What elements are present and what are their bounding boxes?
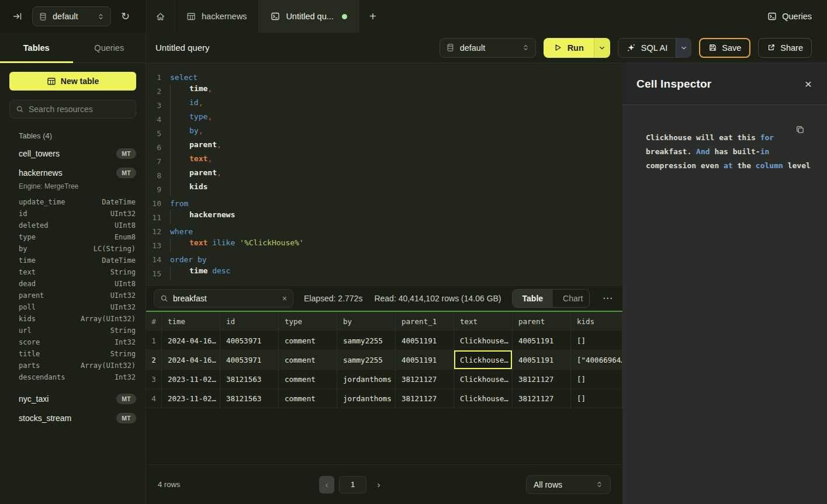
code-line[interactable]: 8parent,: [146, 168, 622, 182]
table-cell[interactable]: 38121563: [220, 370, 279, 388]
queries-button[interactable]: Queries: [767, 0, 812, 33]
table-cell[interactable]: sammy2255: [337, 331, 396, 350]
column-header[interactable]: parent: [513, 312, 571, 331]
new-table-button[interactable]: New table: [9, 72, 136, 91]
table-row[interactable]: 12024-04-16…40053971commentsammy22554005…: [146, 331, 622, 350]
table-cell[interactable]: 40053971: [220, 331, 279, 350]
close-inspector-button[interactable]: ×: [805, 78, 812, 90]
table-cell[interactable]: 38121127: [513, 389, 571, 408]
code-line[interactable]: 6parent,: [146, 140, 622, 154]
table-cell[interactable]: 40051191: [396, 350, 454, 369]
table-cell[interactable]: 2023-11-02…: [162, 370, 220, 388]
column-header[interactable]: id: [220, 312, 279, 331]
row-number[interactable]: 3: [146, 370, 162, 388]
table-cell[interactable]: comment: [279, 389, 337, 408]
run-button-main[interactable]: Run: [544, 38, 594, 58]
table-cell[interactable]: 38121127: [396, 389, 454, 408]
row-number[interactable]: 2: [146, 350, 162, 369]
table-item[interactable]: hackernewsMT: [0, 163, 146, 182]
column-header[interactable]: by: [337, 312, 396, 331]
table-cell[interactable]: 38121127: [513, 370, 571, 388]
prev-page-button[interactable]: ‹: [319, 476, 334, 493]
table-item[interactable]: cell_towersMT: [0, 144, 146, 163]
sidebar-tab-queries[interactable]: Queries: [73, 33, 146, 62]
refresh-button[interactable]: ↻: [121, 10, 130, 23]
run-dropdown[interactable]: [594, 38, 610, 58]
sql-editor[interactable]: 1select2time,3id,4type,5by,6parent,7text…: [146, 63, 622, 285]
column-header[interactable]: text: [454, 312, 513, 331]
table-cell[interactable]: 2024-04-16…: [162, 331, 220, 350]
table-cell[interactable]: 2023-11-02…: [162, 389, 220, 408]
column-header[interactable]: #: [146, 312, 162, 331]
table-cell[interactable]: 40051191: [513, 331, 571, 350]
page-size-selector[interactable]: All rows: [526, 475, 611, 494]
table-cell[interactable]: jordanthoms: [337, 389, 396, 408]
tab-home[interactable]: [147, 0, 175, 33]
code-line[interactable]: 10from: [146, 196, 622, 210]
table-cell[interactable]: []: [571, 389, 622, 408]
code-line[interactable]: 15time desc: [146, 266, 622, 280]
row-number[interactable]: 1: [146, 331, 162, 350]
code-line[interactable]: 4type,: [146, 112, 622, 126]
tab-untitled-query[interactable]: Untitled qu...: [259, 0, 359, 33]
table-cell[interactable]: Clickhouse…: [454, 350, 513, 369]
code-line[interactable]: 11hackernews: [146, 210, 622, 224]
table-cell[interactable]: Clickhouse…: [454, 370, 513, 388]
code-line[interactable]: 14order by: [146, 252, 622, 266]
sql-ai-dropdown[interactable]: [676, 39, 691, 57]
table-cell[interactable]: 38121563: [220, 389, 279, 408]
code-line[interactable]: 9kids: [146, 182, 622, 196]
table-cell[interactable]: ["40066964…: [571, 350, 622, 369]
table-row[interactable]: 22024-04-16…40053971commentsammy22554005…: [146, 350, 622, 370]
topbar-database-selector[interactable]: default: [32, 6, 111, 26]
row-number[interactable]: 4: [146, 389, 162, 408]
sql-ai-button[interactable]: SQL AI: [618, 38, 691, 58]
table-cell[interactable]: Clickhouse…: [454, 389, 513, 408]
tab-hackernews[interactable]: hackernews: [175, 0, 259, 33]
table-cell[interactable]: []: [571, 331, 622, 350]
code-line[interactable]: 12where: [146, 224, 622, 238]
table-cell[interactable]: []: [571, 370, 622, 388]
table-cell[interactable]: 40053971: [220, 350, 279, 369]
next-page-button[interactable]: ›: [370, 476, 387, 493]
copy-cell-button[interactable]: [795, 125, 805, 136]
collapse-sidebar-button[interactable]: [13, 12, 22, 21]
code-line[interactable]: 3id,: [146, 98, 622, 112]
sidebar-tab-tables[interactable]: Tables: [0, 33, 73, 62]
code-line[interactable]: 7text,: [146, 154, 622, 168]
code-line[interactable]: 5by,: [146, 126, 622, 140]
view-toggle-table[interactable]: Table: [513, 290, 553, 307]
resource-search-input[interactable]: [29, 105, 134, 114]
results-search-input[interactable]: [173, 294, 278, 303]
column-header[interactable]: parent_1: [396, 312, 454, 331]
new-tab-button[interactable]: +: [359, 0, 386, 33]
table-cell[interactable]: 40051191: [513, 350, 571, 369]
results-more-button[interactable]: ⋯: [600, 292, 615, 304]
view-toggle-chart[interactable]: Chart: [553, 290, 590, 307]
column-header[interactable]: type: [279, 312, 337, 331]
table-cell[interactable]: comment: [279, 370, 337, 388]
table-item[interactable]: stocks_streamMT: [0, 408, 146, 427]
table-cell[interactable]: comment: [279, 331, 337, 350]
table-row[interactable]: 32023-11-02…38121563commentjordanthoms38…: [146, 370, 622, 389]
table-row[interactable]: 42023-11-02…38121563commentjordanthoms38…: [146, 389, 622, 408]
table-cell[interactable]: sammy2255: [337, 350, 396, 369]
clear-search-button[interactable]: ×: [282, 294, 287, 303]
table-cell[interactable]: 2024-04-16…: [162, 350, 220, 369]
sql-ai-main[interactable]: SQL AI: [618, 39, 676, 57]
table-cell[interactable]: jordanthoms: [337, 370, 396, 388]
run-button[interactable]: Run: [544, 38, 610, 58]
column-header[interactable]: time: [162, 312, 220, 331]
page-number-input[interactable]: 1: [339, 476, 366, 493]
share-button[interactable]: Share: [758, 38, 812, 58]
code-line[interactable]: 1select: [146, 70, 622, 84]
column-header[interactable]: kids: [571, 312, 622, 331]
table-cell[interactable]: Clickhouse…: [454, 331, 513, 350]
code-line[interactable]: 2time,: [146, 84, 622, 98]
table-item[interactable]: nyc_taxiMT: [0, 389, 146, 408]
code-line[interactable]: 13text ilike '%ClickHouse%': [146, 238, 622, 252]
table-cell[interactable]: comment: [279, 350, 337, 369]
query-database-selector[interactable]: default: [440, 38, 536, 58]
table-cell[interactable]: 38121127: [396, 370, 454, 388]
save-button[interactable]: Save: [699, 38, 750, 58]
